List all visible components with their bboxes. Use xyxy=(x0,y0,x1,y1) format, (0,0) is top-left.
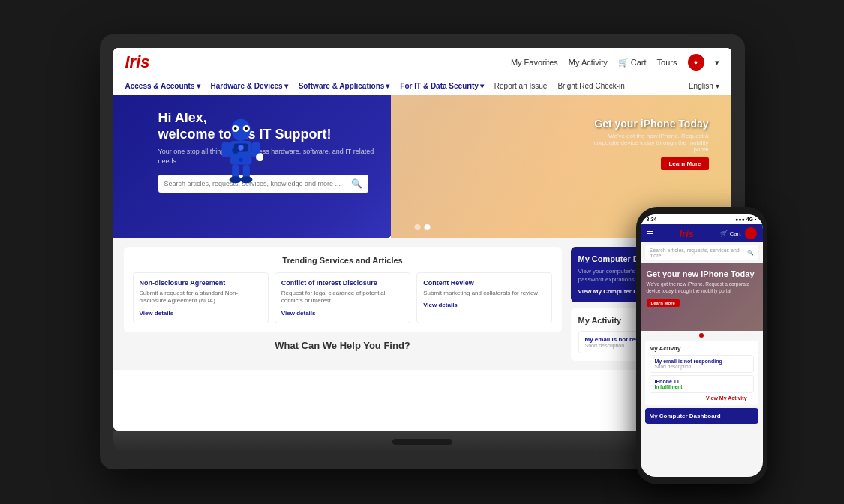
phone-dashboard-bar-title: My Computer Dashboard xyxy=(650,412,754,419)
trending-item-3-link[interactable]: View details xyxy=(423,302,545,308)
phone-header-right: 🛒 Cart xyxy=(720,227,756,239)
trending-item-1-desc: Submit a request for a standard Non-disc… xyxy=(140,290,262,305)
phone-device: 8:34 ●●● 4G ▪ ☰ Iris 🛒 Cart Search artic… xyxy=(636,207,767,484)
phone-activity-section: My Activity My email is not responding S… xyxy=(645,340,758,405)
phone-search[interactable]: Search articles, requests, services and … xyxy=(645,245,758,260)
carousel-dot-1[interactable] xyxy=(414,224,420,230)
search-button[interactable]: 🔍 xyxy=(351,178,362,189)
learn-more-button[interactable]: Learn More xyxy=(661,158,708,170)
svg-point-4 xyxy=(245,128,248,130)
phone-cart-label: Cart xyxy=(729,230,740,237)
chevron-down-icon: ▾ xyxy=(386,82,389,90)
phone-screen: 8:34 ●●● 4G ▪ ☰ Iris 🛒 Cart Search artic… xyxy=(641,214,763,477)
hardware-devices-label: Hardware & Devices xyxy=(211,82,283,90)
hero-subtitle: Your one stop all things for all access … xyxy=(158,147,395,166)
hardware-devices-link[interactable]: Hardware & Devices ▾ xyxy=(211,82,288,90)
cart-label: Cart xyxy=(631,58,647,67)
phone-activity-item-2-status: In fulfilment xyxy=(655,384,749,389)
phone-search-placeholder: Search articles, requests, services and … xyxy=(650,248,747,258)
phone-iris-logo: Iris xyxy=(680,228,695,239)
bright-red-link[interactable]: Bright Red Check-in xyxy=(557,82,624,90)
language-label: English xyxy=(689,82,713,90)
report-issue-link[interactable]: Report an Issue xyxy=(494,82,548,90)
svg-point-13 xyxy=(229,176,241,183)
access-accounts-link[interactable]: Access & Accounts ▾ xyxy=(125,82,200,90)
promo-title: Get your iPhone Today xyxy=(589,118,709,130)
access-accounts-label: Access & Accounts xyxy=(125,82,195,90)
hero-greeting: Hi Alex, xyxy=(158,110,207,125)
user-avatar[interactable]: ● xyxy=(688,54,704,70)
cart-icon: 🛒 xyxy=(720,230,728,237)
trending-card: Trending Services and Articles Non-discl… xyxy=(124,247,562,332)
software-apps-label: Software & Applications xyxy=(299,82,385,90)
my-activity-link[interactable]: My Activity xyxy=(569,58,608,67)
phone-activity-item-2-title: iPhone 11 xyxy=(655,379,749,384)
carousel-dot-2[interactable] xyxy=(424,224,430,230)
phone-activity-item-1[interactable]: My email is not responding Short descrip… xyxy=(650,355,754,373)
it-security-link[interactable]: For IT & Data Security ▾ xyxy=(400,82,483,90)
carousel-dots xyxy=(414,224,430,230)
phone-signal: ●●● 4G ▪ xyxy=(735,217,756,222)
phone-time: 8:34 xyxy=(647,217,657,222)
phone-learn-more-button[interactable]: Learn More xyxy=(647,299,680,307)
hero-search-bar[interactable]: 🔍 xyxy=(158,175,368,193)
phone-hero-title: Get your new iPhone Today xyxy=(647,269,757,279)
cart-link[interactable]: 🛒 Cart xyxy=(618,58,647,68)
phone-status-bar: 8:34 ●●● 4G ▪ xyxy=(641,214,763,224)
svg-point-14 xyxy=(240,176,252,183)
phone-activity-item-2[interactable]: iPhone 11 In fulfilment xyxy=(650,375,754,393)
hamburger-icon[interactable]: ☰ xyxy=(647,230,653,238)
trending-item-3: Content Review Submit marketing and coll… xyxy=(416,272,552,323)
trending-item-1-title: Non-disclosure Agreement xyxy=(140,279,262,286)
sub-navbar: Access & Accounts ▾ Hardware & Devices ▾… xyxy=(113,77,731,95)
software-apps-link[interactable]: Software & Applications ▾ xyxy=(299,82,390,90)
sub-nav-left: Access & Accounts ▾ Hardware & Devices ▾… xyxy=(125,82,625,90)
top-nav-links: My Favorites My Activity 🛒 Cart Tours ● … xyxy=(511,54,719,70)
phone-avatar[interactable] xyxy=(745,227,757,239)
phone-activity-item-1-title: My email is not responding xyxy=(655,358,749,364)
it-security-label: For IT & Data Security xyxy=(400,82,478,90)
hero-title: Hi Alex, welcome to Iris IT Support! xyxy=(158,110,395,142)
trending-item-2-desc: Request for legal clearance of potential… xyxy=(281,290,404,305)
avatar-image: ● xyxy=(694,58,698,66)
trending-items: Non-disclosure Agreement Submit a reques… xyxy=(133,272,553,323)
hero-section: Hi Alex, welcome to Iris IT Support! You… xyxy=(113,95,731,238)
chevron-down-icon: ▾ xyxy=(715,58,719,68)
phone-dashboard-bar[interactable]: My Computer Dashboard xyxy=(645,408,758,424)
laptop-notch xyxy=(392,439,452,445)
phone-hero-desc: We've got the new iPhone. Request a corp… xyxy=(647,281,757,294)
trending-item-3-desc: Submit marketing and collaterals for rev… xyxy=(423,290,545,297)
phone-view-activity-link[interactable]: View My Activity → xyxy=(650,395,754,400)
trending-item-1-link[interactable]: View details xyxy=(140,310,262,316)
robot-figure xyxy=(218,118,263,193)
phone-activity-item-1-desc: Short description xyxy=(655,364,749,369)
trending-title: Trending Services and Articles xyxy=(133,256,553,265)
phone-hero-content: Get your new iPhone Today We've got the … xyxy=(641,263,763,314)
chevron-down-icon: ▾ xyxy=(480,82,484,90)
phone-hero: Get your new iPhone Today We've got the … xyxy=(641,263,763,331)
trending-item-2: Conflict of Interest Disclosure Request … xyxy=(275,272,410,323)
chevron-down-icon: ▾ xyxy=(716,82,719,90)
phone-activity-title: My Activity xyxy=(650,345,754,352)
trending-item-2-link[interactable]: View details xyxy=(281,310,404,316)
phone-header: ☰ Iris 🛒 Cart xyxy=(641,224,763,242)
cart-icon: 🛒 xyxy=(618,58,629,68)
trending-item-2-title: Conflict of Interest Disclosure xyxy=(281,279,404,286)
language-selector[interactable]: English ▾ xyxy=(689,82,719,90)
iris-logo: Iris xyxy=(125,52,150,72)
chevron-down-icon: ▾ xyxy=(197,82,200,90)
phone-carousel-dot xyxy=(699,333,704,338)
iphone-promo: Get your iPhone Today We've got the new … xyxy=(589,118,709,170)
svg-point-7 xyxy=(239,158,242,162)
my-favorites-link[interactable]: My Favorites xyxy=(511,58,558,67)
search-icon: 🔍 xyxy=(747,250,754,256)
left-content: Trending Services and Articles Non-discl… xyxy=(124,247,562,361)
phone-cart[interactable]: 🛒 Cart xyxy=(720,230,740,237)
svg-point-3 xyxy=(233,128,236,130)
top-navbar: Iris My Favorites My Activity 🛒 Cart Tou… xyxy=(113,48,731,77)
tours-link[interactable]: Tours xyxy=(657,58,677,67)
chevron-down-icon: ▾ xyxy=(284,82,288,90)
svg-point-16 xyxy=(238,145,243,150)
trending-item-3-title: Content Review xyxy=(423,279,545,286)
what-help-title: What Can We Help You Find? xyxy=(124,340,562,351)
